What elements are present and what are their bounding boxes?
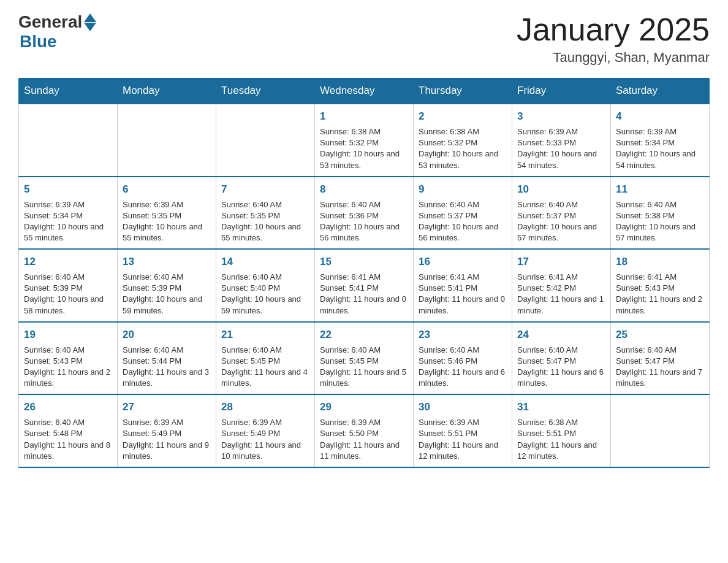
day-info: Sunrise: 6:41 AM Sunset: 5:41 PM Dayligh…: [419, 272, 507, 316]
logo-general-text: General: [18, 12, 82, 32]
day-header-thursday: Thursday: [414, 79, 512, 104]
calendar-week-row: 1Sunrise: 6:38 AM Sunset: 5:32 PM Daylig…: [19, 104, 710, 177]
calendar-cell: 16Sunrise: 6:41 AM Sunset: 5:41 PM Dayli…: [414, 249, 512, 322]
calendar-cell: 25Sunrise: 6:40 AM Sunset: 5:47 PM Dayli…: [611, 322, 710, 395]
day-number: 6: [123, 182, 211, 197]
day-info: Sunrise: 6:40 AM Sunset: 5:37 PM Dayligh…: [517, 199, 605, 244]
day-info: Sunrise: 6:38 AM Sunset: 5:32 PM Dayligh…: [320, 126, 408, 171]
day-number: 14: [221, 255, 309, 269]
day-header-wednesday: Wednesday: [315, 79, 414, 104]
calendar-cell: 29Sunrise: 6:39 AM Sunset: 5:50 PM Dayli…: [315, 394, 414, 467]
calendar-cell: 11Sunrise: 6:40 AM Sunset: 5:38 PM Dayli…: [611, 177, 710, 250]
calendar-cell: 21Sunrise: 6:40 AM Sunset: 5:45 PM Dayli…: [216, 322, 315, 395]
calendar-cell: [118, 104, 216, 177]
day-number: 12: [24, 255, 112, 269]
day-info: Sunrise: 6:40 AM Sunset: 5:37 PM Dayligh…: [419, 199, 507, 244]
day-info: Sunrise: 6:39 AM Sunset: 5:34 PM Dayligh…: [616, 126, 704, 171]
calendar-cell: [216, 104, 315, 177]
day-info: Sunrise: 6:40 AM Sunset: 5:38 PM Dayligh…: [616, 199, 704, 244]
calendar-cell: 26Sunrise: 6:40 AM Sunset: 5:48 PM Dayli…: [19, 394, 118, 467]
calendar-cell: 31Sunrise: 6:38 AM Sunset: 5:51 PM Dayli…: [512, 394, 611, 467]
day-info: Sunrise: 6:39 AM Sunset: 5:49 PM Dayligh…: [123, 417, 211, 462]
calendar-cell: 15Sunrise: 6:41 AM Sunset: 5:41 PM Dayli…: [315, 249, 414, 322]
day-info: Sunrise: 6:40 AM Sunset: 5:45 PM Dayligh…: [221, 345, 309, 389]
day-info: Sunrise: 6:39 AM Sunset: 5:33 PM Dayligh…: [517, 126, 605, 171]
calendar-cell: 9Sunrise: 6:40 AM Sunset: 5:37 PM Daylig…: [414, 177, 512, 250]
day-number: 13: [123, 255, 211, 269]
day-number: 31: [517, 400, 605, 415]
day-number: 2: [419, 109, 507, 124]
day-info: Sunrise: 6:40 AM Sunset: 5:46 PM Dayligh…: [419, 345, 507, 389]
calendar-cell: 3Sunrise: 6:39 AM Sunset: 5:33 PM Daylig…: [512, 104, 611, 177]
logo: General Blue: [18, 12, 96, 52]
day-number: 24: [517, 327, 605, 342]
day-header-sunday: Sunday: [19, 79, 118, 104]
logo-blue-text: Blue: [18, 32, 96, 52]
logo-line1: General: [18, 12, 96, 32]
calendar-week-row: 19Sunrise: 6:40 AM Sunset: 5:43 PM Dayli…: [19, 322, 710, 395]
day-header-saturday: Saturday: [611, 79, 710, 104]
calendar-cell: 12Sunrise: 6:40 AM Sunset: 5:39 PM Dayli…: [19, 249, 118, 322]
day-info: Sunrise: 6:40 AM Sunset: 5:45 PM Dayligh…: [320, 345, 408, 389]
calendar-cell: 6Sunrise: 6:39 AM Sunset: 5:35 PM Daylig…: [118, 177, 216, 250]
calendar-cell: 17Sunrise: 6:41 AM Sunset: 5:42 PM Dayli…: [512, 249, 611, 322]
day-number: 23: [419, 327, 507, 342]
calendar-header-row: SundayMondayTuesdayWednesdayThursdayFrid…: [19, 79, 710, 104]
day-number: 19: [24, 327, 112, 342]
day-header-friday: Friday: [512, 79, 611, 104]
calendar-cell: 27Sunrise: 6:39 AM Sunset: 5:49 PM Dayli…: [118, 394, 216, 467]
calendar-cell: 14Sunrise: 6:40 AM Sunset: 5:40 PM Dayli…: [216, 249, 315, 322]
calendar-cell: 13Sunrise: 6:40 AM Sunset: 5:39 PM Dayli…: [118, 249, 216, 322]
day-number: 27: [123, 400, 211, 415]
logo-wrapper: General Blue: [18, 12, 96, 52]
day-number: 17: [517, 255, 605, 269]
day-info: Sunrise: 6:40 AM Sunset: 5:39 PM Dayligh…: [24, 272, 112, 316]
day-number: 18: [616, 255, 704, 269]
day-info: Sunrise: 6:40 AM Sunset: 5:47 PM Dayligh…: [517, 345, 605, 389]
day-info: Sunrise: 6:40 AM Sunset: 5:44 PM Dayligh…: [123, 345, 211, 389]
calendar-subtitle: Taunggyi, Shan, Myanmar: [517, 50, 710, 66]
day-info: Sunrise: 6:39 AM Sunset: 5:50 PM Dayligh…: [320, 417, 408, 462]
day-info: Sunrise: 6:38 AM Sunset: 5:51 PM Dayligh…: [517, 417, 605, 462]
day-info: Sunrise: 6:39 AM Sunset: 5:35 PM Dayligh…: [123, 199, 211, 244]
day-number: 26: [24, 400, 112, 415]
calendar-cell: 22Sunrise: 6:40 AM Sunset: 5:45 PM Dayli…: [315, 322, 414, 395]
calendar-table: SundayMondayTuesdayWednesdayThursdayFrid…: [18, 78, 710, 468]
day-info: Sunrise: 6:40 AM Sunset: 5:48 PM Dayligh…: [24, 417, 112, 462]
day-info: Sunrise: 6:39 AM Sunset: 5:49 PM Dayligh…: [221, 417, 309, 462]
day-number: 30: [419, 400, 507, 415]
day-info: Sunrise: 6:40 AM Sunset: 5:35 PM Dayligh…: [221, 199, 309, 244]
day-info: Sunrise: 6:40 AM Sunset: 5:36 PM Dayligh…: [320, 199, 408, 244]
calendar-cell: 8Sunrise: 6:40 AM Sunset: 5:36 PM Daylig…: [315, 177, 414, 250]
day-number: 4: [616, 109, 704, 124]
calendar-cell: 10Sunrise: 6:40 AM Sunset: 5:37 PM Dayli…: [512, 177, 611, 250]
day-info: Sunrise: 6:40 AM Sunset: 5:43 PM Dayligh…: [24, 345, 112, 389]
calendar-cell: 4Sunrise: 6:39 AM Sunset: 5:34 PM Daylig…: [611, 104, 710, 177]
page-header: General Blue January 2025 Taunggyi, Shan…: [18, 12, 710, 66]
day-info: Sunrise: 6:40 AM Sunset: 5:40 PM Dayligh…: [221, 272, 309, 316]
calendar-cell: 1Sunrise: 6:38 AM Sunset: 5:32 PM Daylig…: [315, 104, 414, 177]
day-number: 10: [517, 182, 605, 197]
day-info: Sunrise: 6:41 AM Sunset: 5:42 PM Dayligh…: [517, 272, 605, 316]
day-number: 8: [320, 182, 408, 197]
calendar-cell: 19Sunrise: 6:40 AM Sunset: 5:43 PM Dayli…: [19, 322, 118, 395]
calendar-cell: 23Sunrise: 6:40 AM Sunset: 5:46 PM Dayli…: [414, 322, 512, 395]
day-number: 29: [320, 400, 408, 415]
day-header-tuesday: Tuesday: [216, 79, 315, 104]
calendar-cell: 5Sunrise: 6:39 AM Sunset: 5:34 PM Daylig…: [19, 177, 118, 250]
day-number: 1: [320, 109, 408, 124]
calendar-cell: 24Sunrise: 6:40 AM Sunset: 5:47 PM Dayli…: [512, 322, 611, 395]
day-number: 28: [221, 400, 309, 415]
day-number: 3: [517, 109, 605, 124]
calendar-cell: [19, 104, 118, 177]
calendar-cell: 2Sunrise: 6:38 AM Sunset: 5:32 PM Daylig…: [414, 104, 512, 177]
day-info: Sunrise: 6:40 AM Sunset: 5:47 PM Dayligh…: [616, 345, 704, 389]
day-info: Sunrise: 6:39 AM Sunset: 5:51 PM Dayligh…: [419, 417, 507, 462]
title-section: January 2025 Taunggyi, Shan, Myanmar: [517, 12, 710, 66]
day-number: 9: [419, 182, 507, 197]
day-number: 7: [221, 182, 309, 197]
calendar-week-row: 12Sunrise: 6:40 AM Sunset: 5:39 PM Dayli…: [19, 249, 710, 322]
day-info: Sunrise: 6:40 AM Sunset: 5:39 PM Dayligh…: [123, 272, 211, 316]
day-number: 16: [419, 255, 507, 269]
calendar-week-row: 5Sunrise: 6:39 AM Sunset: 5:34 PM Daylig…: [19, 177, 710, 250]
